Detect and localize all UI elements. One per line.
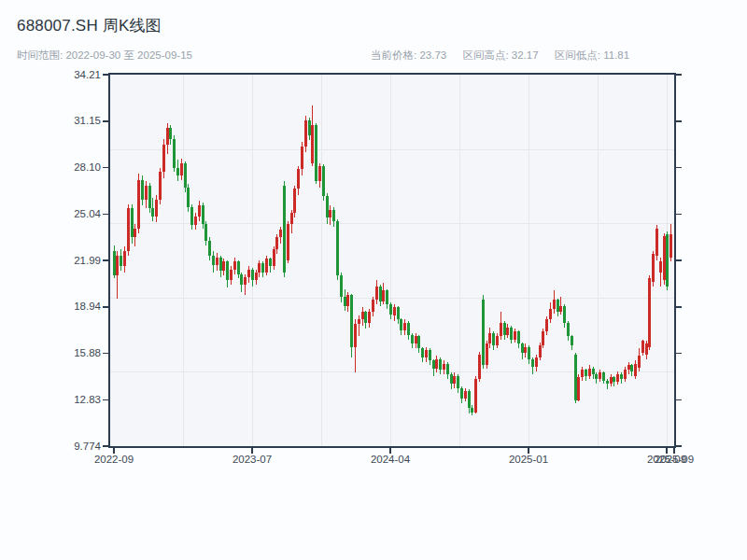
candle (226, 261, 229, 280)
candle (553, 300, 556, 309)
candle (457, 376, 459, 388)
candle (131, 208, 134, 237)
candle (648, 278, 651, 346)
candle (588, 369, 591, 376)
x-axis-label: 2025-09 (647, 454, 686, 465)
x-axis-tick (528, 448, 529, 454)
candle (435, 359, 438, 369)
candle (344, 297, 346, 306)
chart-header: 688007.SH 周K线图 时间范围: 2022-09-30 至 2025-0… (17, 15, 730, 36)
candle (145, 186, 148, 200)
candle (180, 163, 183, 175)
candle (528, 347, 530, 359)
x-axis-label: 2022-09 (94, 454, 134, 465)
candle (500, 323, 502, 337)
candle (403, 323, 406, 330)
candle (478, 355, 481, 379)
range-high-value: 32.17 (512, 49, 539, 61)
candle (301, 147, 303, 169)
candle (204, 224, 207, 241)
candle (187, 188, 190, 207)
candle (521, 343, 524, 353)
v-gridline (252, 75, 253, 446)
candle (216, 258, 218, 265)
candle (638, 356, 641, 368)
candle (581, 370, 584, 377)
chart-area: 34.2131.1528.1025.0421.9918.9415.8812.83… (108, 73, 676, 448)
candle (641, 341, 644, 353)
candle (350, 295, 353, 346)
v-gridline (390, 75, 391, 446)
y-axis-label: 18.94 (47, 301, 101, 312)
y-axis-right-tick (676, 306, 682, 308)
candle (222, 261, 225, 271)
candle (545, 319, 548, 331)
x-axis-label: 2025-09 (655, 454, 694, 465)
candle (166, 128, 169, 145)
candle (230, 270, 233, 280)
candle (429, 350, 431, 360)
candle (255, 273, 258, 280)
candle (630, 365, 633, 371)
candle (332, 210, 335, 220)
candle (446, 364, 449, 374)
candle (439, 359, 442, 370)
range-low-value: 11.81 (603, 49, 629, 61)
candle (411, 335, 414, 344)
candle (120, 256, 122, 266)
candle (663, 236, 666, 280)
candle (432, 360, 435, 368)
candle (634, 364, 637, 376)
candle (517, 331, 520, 343)
candle (421, 348, 424, 357)
y-axis-label: 21.99 (47, 255, 101, 266)
candle (169, 128, 172, 138)
x-axis-label: 2025-01 (509, 454, 548, 465)
candle (311, 125, 314, 163)
candle (137, 180, 140, 229)
candle (251, 270, 254, 280)
y-axis-label: 9.774 (47, 441, 101, 452)
candle (379, 287, 382, 301)
candle (557, 300, 559, 312)
y-axis-right-tick (676, 399, 682, 401)
candle (524, 347, 527, 354)
kline-chart-page: 688007.SH 周K线图 时间范围: 2022-09-30 至 2025-0… (0, 0, 747, 560)
date-range-text: 时间范围: 2022-09-30 至 2025-09-15 (17, 49, 192, 63)
current-price-label: 当前价格: (371, 49, 416, 61)
current-price-value: 23.73 (419, 49, 446, 61)
candle (482, 300, 485, 365)
candle (386, 290, 388, 304)
candle (364, 312, 367, 322)
y-axis-label: 12.83 (47, 394, 101, 405)
x-axis-tick (666, 448, 668, 454)
candle (393, 307, 396, 315)
candle (425, 350, 428, 357)
y-axis-right-tick (676, 167, 682, 169)
candle-wick (359, 315, 359, 337)
range-low-label: 区间低点: (555, 49, 600, 61)
candle (488, 333, 491, 343)
candle (539, 345, 542, 357)
y-axis-right-tick (676, 120, 682, 122)
candle (194, 217, 197, 226)
range-low-stat: 区间低点: 11.81 (555, 49, 629, 61)
candle (308, 120, 311, 135)
candle (542, 331, 544, 345)
candle (283, 186, 286, 273)
candle (375, 287, 378, 301)
candle (471, 408, 473, 413)
candle (666, 234, 669, 286)
y-axis-label: 15.88 (47, 347, 101, 358)
candle (627, 365, 630, 370)
candle (585, 370, 587, 376)
y-axis-label: 34.21 (47, 69, 101, 80)
h-gridline (110, 149, 674, 150)
x-axis-tick (389, 448, 391, 454)
candle (652, 254, 655, 281)
candle (318, 166, 321, 181)
candle (261, 263, 264, 273)
candle (159, 172, 162, 199)
candle (372, 300, 374, 312)
candle (655, 229, 658, 256)
